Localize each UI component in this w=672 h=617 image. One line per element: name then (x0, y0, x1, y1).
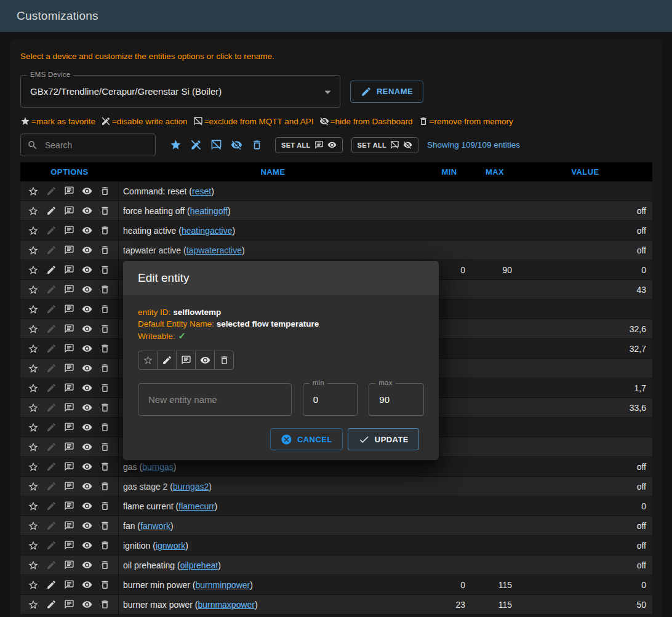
row-delete-icon[interactable] (100, 402, 110, 413)
entity-shortname-link[interactable]: flamecurr (178, 501, 214, 511)
row-delete-icon[interactable] (100, 363, 110, 373)
row-favorite-icon[interactable] (28, 481, 39, 492)
row-exclude-mqtt-icon[interactable] (64, 363, 74, 373)
entity-shortname-link[interactable]: fanwork (140, 521, 170, 531)
row-favorite-icon[interactable] (28, 304, 39, 315)
filter-favorite-button[interactable] (170, 139, 182, 151)
filter-disable-write-button[interactable] (190, 139, 202, 151)
row-visibility-icon[interactable] (82, 520, 92, 531)
row-delete-icon[interactable] (100, 383, 110, 393)
row-delete-icon[interactable] (100, 520, 110, 531)
row-exclude-mqtt-icon[interactable] (64, 422, 74, 432)
row-favorite-icon[interactable] (28, 520, 39, 531)
row-favorite-icon[interactable] (28, 501, 39, 512)
row-edit-icon[interactable] (46, 265, 57, 275)
row-delete-icon[interactable] (100, 205, 110, 216)
row-edit-icon[interactable] (46, 402, 57, 413)
update-button[interactable]: UPDATE (348, 428, 419, 450)
row-visibility-icon[interactable] (82, 579, 92, 590)
row-delete-icon[interactable] (100, 599, 110, 610)
row-edit-icon[interactable] (46, 520, 57, 531)
row-exclude-mqtt-icon[interactable] (64, 343, 74, 354)
row-favorite-icon[interactable] (28, 422, 39, 433)
row-delete-icon[interactable] (100, 245, 110, 255)
row-edit-icon[interactable] (46, 225, 57, 236)
row-edit-icon[interactable] (46, 363, 57, 373)
row-delete-icon[interactable] (100, 304, 110, 314)
toggle-remove-memory-button[interactable] (214, 351, 234, 370)
row-exclude-mqtt-icon[interactable] (64, 599, 74, 610)
row-edit-icon[interactable] (46, 501, 57, 511)
row-delete-icon[interactable] (100, 343, 110, 354)
entity-shortname-link[interactable]: burngas (142, 462, 174, 472)
row-edit-icon[interactable] (46, 442, 57, 452)
row-delete-icon[interactable] (100, 501, 110, 511)
row-favorite-icon[interactable] (28, 363, 39, 374)
row-exclude-mqtt-icon[interactable] (64, 560, 74, 570)
row-visibility-icon[interactable] (82, 540, 92, 551)
row-delete-icon[interactable] (100, 442, 110, 452)
row-favorite-icon[interactable] (28, 560, 39, 571)
row-delete-icon[interactable] (100, 324, 110, 334)
row-favorite-icon[interactable] (28, 284, 39, 295)
row-visibility-icon[interactable] (82, 461, 92, 472)
row-exclude-mqtt-icon[interactable] (64, 402, 74, 413)
set-all-on-button[interactable]: SET ALL (275, 137, 343, 153)
row-visibility-icon[interactable] (82, 442, 92, 452)
row-edit-icon[interactable] (46, 205, 57, 216)
row-delete-icon[interactable] (100, 461, 110, 472)
row-favorite-icon[interactable] (28, 402, 39, 413)
entity-shortname-link[interactable]: burnmaxpower (198, 600, 255, 610)
row-visibility-icon[interactable] (82, 422, 92, 432)
row-visibility-icon[interactable] (82, 402, 92, 413)
cancel-button[interactable]: CANCEL (270, 428, 343, 450)
row-exclude-mqtt-icon[interactable] (64, 304, 74, 314)
rename-button[interactable]: RENAME (350, 81, 423, 103)
row-visibility-icon[interactable] (82, 245, 92, 255)
row-visibility-icon[interactable] (82, 324, 92, 334)
row-favorite-icon[interactable] (28, 599, 39, 610)
row-exclude-mqtt-icon[interactable] (64, 461, 74, 472)
row-visibility-icon[interactable] (82, 599, 92, 610)
row-visibility-icon[interactable] (82, 284, 92, 295)
entity-shortname-link[interactable]: heatingactive (182, 226, 233, 236)
row-delete-icon[interactable] (100, 481, 110, 492)
new-entity-name-input[interactable] (147, 394, 282, 405)
row-exclude-mqtt-icon[interactable] (64, 324, 74, 334)
max-input[interactable] (378, 394, 415, 405)
ems-device-select[interactable]: EMS Device GBx72/Trendline/Cerapur/Green… (20, 75, 340, 108)
row-favorite-icon[interactable] (28, 225, 39, 236)
set-all-off-button[interactable]: SET ALL (351, 137, 419, 153)
row-visibility-icon[interactable] (82, 481, 92, 492)
row-edit-icon[interactable] (46, 599, 57, 610)
row-visibility-icon[interactable] (82, 383, 92, 393)
row-exclude-mqtt-icon[interactable] (64, 383, 74, 393)
row-visibility-icon[interactable] (82, 363, 92, 373)
row-exclude-mqtt-icon[interactable] (64, 186, 74, 196)
row-exclude-mqtt-icon[interactable] (64, 205, 74, 216)
row-edit-icon[interactable] (46, 324, 57, 334)
entity-shortname-link[interactable]: burngas2 (173, 482, 209, 492)
row-favorite-icon[interactable] (28, 442, 39, 453)
row-edit-icon[interactable] (46, 284, 57, 295)
toggle-exclude-mqtt-button[interactable] (176, 351, 196, 370)
row-exclude-mqtt-icon[interactable] (64, 540, 74, 551)
row-favorite-icon[interactable] (28, 324, 39, 335)
min-input[interactable] (312, 394, 349, 405)
row-delete-icon[interactable] (100, 284, 110, 295)
row-exclude-mqtt-icon[interactable] (64, 245, 74, 255)
search-input[interactable] (44, 140, 149, 151)
row-edit-icon[interactable] (46, 560, 57, 570)
row-exclude-mqtt-icon[interactable] (64, 481, 74, 492)
row-favorite-icon[interactable] (28, 343, 39, 354)
row-edit-icon[interactable] (46, 245, 57, 255)
row-favorite-icon[interactable] (28, 579, 39, 591)
row-edit-icon[interactable] (46, 343, 57, 354)
row-visibility-icon[interactable] (82, 186, 92, 196)
row-favorite-icon[interactable] (28, 186, 39, 197)
row-delete-icon[interactable] (100, 540, 110, 551)
row-edit-icon[interactable] (46, 481, 57, 492)
entity-shortname-link[interactable]: heatingoff (190, 206, 228, 216)
row-exclude-mqtt-icon[interactable] (64, 284, 74, 295)
toggle-disable-write-button[interactable] (157, 351, 177, 370)
